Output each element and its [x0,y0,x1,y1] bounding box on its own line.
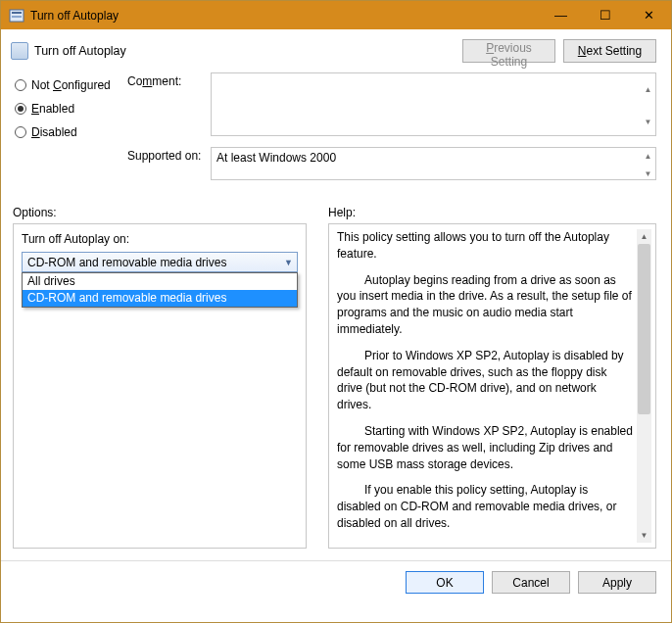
supported-on-text [211,147,656,180]
supported-label: Supported on: [127,147,211,163]
autoplay-on-label: Turn off Autoplay on: [22,232,298,246]
previous-setting-button[interactable]: Previous Setting [462,39,555,63]
radio-not-configured[interactable]: Not Configured [15,78,127,92]
help-paragraph: This policy setting disables Autoplay on… [337,542,633,543]
scroll-down-icon[interactable]: ▼ [637,528,651,543]
help-paragraph: Autoplay begins reading from a drive as … [337,272,633,338]
apply-button[interactable]: Apply [578,571,656,594]
scroll-thumb[interactable] [638,244,650,414]
policy-icon [9,8,24,24]
lower-panels: Turn off Autoplay on: CD-ROM and removab… [1,223,671,549]
chevron-down-icon: ▼ [280,258,297,267]
next-setting-button[interactable]: Next Setting [563,39,656,63]
ok-button[interactable]: OK [406,571,484,594]
help-paragraph: Prior to Windows XP SP2, Autoplay is dis… [337,348,633,413]
window-controls: — ☐ ✕ [539,1,671,29]
page-title: Turn off Autoplay [34,44,455,58]
scroll-up-icon[interactable]: ▲ [641,148,655,166]
radio-enabled[interactable]: Enabled [15,102,127,116]
fields-column: Comment: ▲▼ Supported on: ▲▼ [127,72,656,191]
scroll-up-icon[interactable]: ▲ [637,229,651,244]
help-scrollbar[interactable]: ▲ ▼ [637,229,651,543]
combo-item-cdrom-removable[interactable]: CD-ROM and removable media drives [23,290,297,307]
svg-rect-2 [12,16,22,18]
header-row: Turn off Autoplay Previous Setting Next … [1,29,671,63]
combo-selected[interactable]: CD-ROM and removable media drives ▼ [22,252,298,272]
help-paragraph: This policy setting allows you to turn o… [337,229,633,263]
minimize-button[interactable]: — [539,1,583,29]
help-paragraph: Starting with Windows XP SP2, Autoplay i… [337,423,633,472]
close-button[interactable]: ✕ [627,1,671,29]
help-text: This policy setting allows you to turn o… [337,229,637,543]
lower-labels: Options: Help: [1,196,671,223]
window-title: Turn off Autoplay [30,9,539,23]
svg-rect-1 [12,12,22,14]
state-radio-group: Not Configured Enabled Disabled [15,72,127,191]
options-label: Options: [13,206,328,219]
dialog-footer: OK Cancel Apply [1,560,671,603]
combo-selected-text: CD-ROM and removable media drives [27,256,226,269]
comment-label: Comment: [127,72,211,88]
maximize-button[interactable]: ☐ [583,1,627,29]
radio-disabled[interactable]: Disabled [15,125,127,139]
config-area: Not Configured Enabled Disabled Comment:… [1,63,671,196]
scroll-down-icon[interactable]: ▼ [641,106,655,138]
scroll-track[interactable] [637,244,651,528]
scroll-down-icon[interactable]: ▼ [641,166,655,183]
help-panel: This policy setting allows you to turn o… [328,223,656,549]
autoplay-on-combo[interactable]: CD-ROM and removable media drives ▼ All … [22,252,298,272]
cancel-button[interactable]: Cancel [492,571,570,594]
help-label: Help: [328,206,356,219]
combo-dropdown: All drives CD-ROM and removable media dr… [22,272,298,308]
scroll-up-icon[interactable]: ▲ [641,73,655,106]
options-panel: Turn off Autoplay on: CD-ROM and removab… [13,223,307,549]
comment-textarea[interactable] [211,72,656,136]
help-paragraph: If you enable this policy setting, Autop… [337,482,633,531]
policy-header-icon [11,42,28,60]
title-bar: Turn off Autoplay — ☐ ✕ [1,1,671,29]
combo-item-all-drives[interactable]: All drives [23,273,297,290]
